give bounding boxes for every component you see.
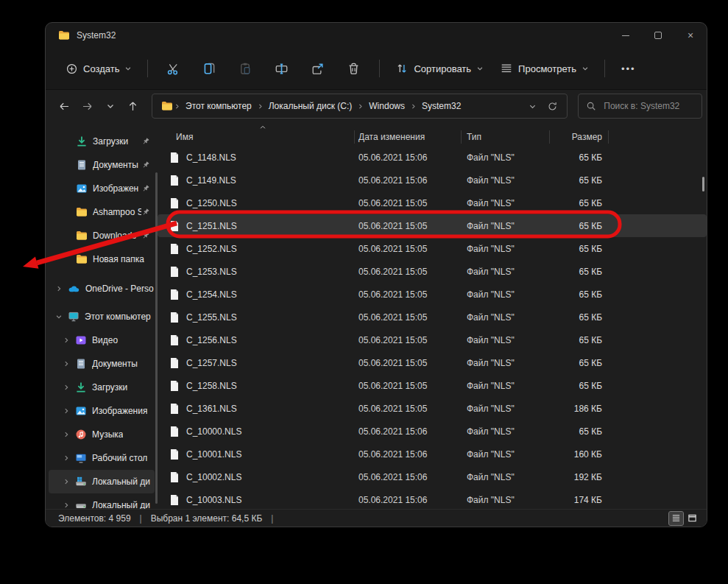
sidebar-item-документы[interactable]: Документы bbox=[49, 153, 155, 177]
chevron-down-icon[interactable] bbox=[54, 313, 63, 320]
table-row[interactable]: C_10001.NLS05.06.2021 15:06Файл "NLS"160… bbox=[158, 443, 707, 465]
table-row[interactable]: C_1148.NLS05.06.2021 15:06Файл "NLS"65 К… bbox=[158, 146, 707, 169]
file-date: 05.06.2021 15:06 bbox=[354, 175, 461, 186]
table-row[interactable]: C_1257.NLS05.06.2021 15:05Файл "NLS"65 К… bbox=[158, 351, 707, 374]
sidebar-item-музыка[interactable]: Музыка bbox=[49, 423, 155, 446]
details-view-button[interactable] bbox=[669, 512, 683, 525]
chevron-right-icon[interactable] bbox=[62, 407, 71, 415]
view-button[interactable]: Просмотреть bbox=[493, 57, 596, 80]
column-header-date[interactable]: Дата изменения bbox=[354, 132, 461, 142]
table-row[interactable]: C_1250.NLS05.06.2021 15:05Файл "NLS"65 К… bbox=[158, 191, 707, 214]
maximize-button[interactable] bbox=[642, 23, 674, 48]
sidebar-item-рабочий-стол[interactable]: Рабочий стол bbox=[49, 446, 155, 470]
forward-button[interactable] bbox=[76, 95, 99, 117]
table-row[interactable]: C_1253.NLS05.06.2021 15:05Файл "NLS"65 К… bbox=[158, 260, 707, 283]
file-date: 05.06.2021 15:05 bbox=[354, 335, 461, 345]
sidebar-item-изображения[interactable]: Изображения bbox=[49, 399, 155, 423]
table-row[interactable]: C_1252.NLS05.06.2021 15:05Файл "NLS"65 К… bbox=[158, 237, 707, 260]
copy-icon bbox=[202, 62, 216, 76]
window-title: System32 bbox=[77, 30, 116, 41]
chevron-right-icon[interactable] bbox=[62, 360, 71, 367]
create-button[interactable]: Создать bbox=[59, 57, 138, 80]
table-row[interactable]: C_1251.NLS05.06.2021 15:05Файл "NLS"65 К… bbox=[158, 214, 707, 237]
table-row[interactable]: C_1149.NLS05.06.2021 15:06Файл "NLS"65 К… bbox=[158, 169, 707, 191]
delete-button[interactable] bbox=[337, 57, 370, 81]
sidebar-item-этот-компьютер[interactable]: Этот компьютер bbox=[49, 305, 155, 328]
sidebar-item-загрузки[interactable]: Загрузки bbox=[49, 376, 155, 399]
table-row[interactable]: C_1254.NLS05.06.2021 15:05Файл "NLS"65 К… bbox=[158, 283, 707, 306]
status-separator: | bbox=[140, 513, 142, 524]
file-date: 05.06.2021 15:06 bbox=[354, 449, 461, 460]
minimize-button[interactable] bbox=[609, 23, 642, 48]
table-row[interactable]: C_1361.NLS05.06.2021 15:05Файл "NLS"186 … bbox=[158, 397, 707, 420]
copy-button[interactable] bbox=[193, 57, 226, 81]
file-icon bbox=[169, 380, 180, 392]
up-button[interactable] bbox=[121, 95, 144, 117]
table-row[interactable]: C_1255.NLS05.06.2021 15:05Файл "NLS"65 К… bbox=[158, 306, 707, 328]
sort-button[interactable]: Сортировать bbox=[389, 57, 490, 80]
refresh-button[interactable] bbox=[547, 101, 558, 112]
breadcrumb-system32[interactable]: System32 bbox=[417, 98, 465, 114]
file-type: Файл "NLS" bbox=[461, 472, 549, 482]
sidebar-item-onedrive-perso[interactable]: OneDrive - Perso bbox=[49, 277, 155, 300]
table-row[interactable]: C_10003.NLS05.06.2021 15:06Файл "NLS"174… bbox=[158, 488, 707, 509]
column-divider[interactable] bbox=[354, 130, 355, 144]
file-type: Файл "NLS" bbox=[461, 426, 549, 437]
recent-locations-button[interactable] bbox=[99, 95, 121, 117]
back-button[interactable] bbox=[53, 95, 76, 117]
sidebar-item-изображен[interactable]: Изображен bbox=[49, 177, 155, 200]
file-icon bbox=[169, 152, 180, 163]
close-button[interactable]: × bbox=[674, 23, 707, 48]
chevron-right-icon[interactable] bbox=[62, 431, 71, 438]
chevron-right-icon[interactable] bbox=[62, 384, 71, 391]
file-type: Файл "NLS" bbox=[461, 244, 549, 254]
sidebar-item-новая-папка[interactable]: Новая папка bbox=[49, 247, 155, 271]
sidebar-item-локальный-ди[interactable]: Локальный ди bbox=[49, 470, 155, 493]
cut-button[interactable] bbox=[157, 57, 190, 81]
share-button[interactable] bbox=[301, 57, 334, 81]
file-size: 160 КБ bbox=[549, 449, 608, 460]
file-type: Файл "NLS" bbox=[461, 404, 549, 414]
disk-icon bbox=[75, 499, 87, 509]
chevron-right-icon[interactable] bbox=[62, 337, 71, 344]
chevron-right-icon[interactable] bbox=[62, 454, 71, 462]
sidebar-item-загрузки[interactable]: Загрузки bbox=[49, 130, 155, 153]
search-box[interactable] bbox=[578, 94, 702, 119]
table-row[interactable]: C_1258.NLS05.06.2021 15:05Файл "NLS"65 К… bbox=[158, 374, 707, 397]
breadcrumb-windows[interactable]: Windows bbox=[364, 98, 409, 114]
table-row[interactable]: C_10000.NLS05.06.2021 15:06Файл "NLS"65 … bbox=[158, 420, 707, 443]
paste-button[interactable] bbox=[229, 57, 262, 81]
address-dropdown-button[interactable] bbox=[529, 102, 537, 110]
chevron-right-icon[interactable] bbox=[62, 502, 71, 509]
rename-button[interactable] bbox=[265, 57, 298, 81]
sidebar-item-видео[interactable]: Видео bbox=[49, 328, 155, 352]
sidebar-item-локальный-ди[interactable]: Локальный ди bbox=[49, 493, 155, 509]
more-options-button[interactable]: ••• bbox=[614, 58, 643, 80]
large-icons-view-button[interactable] bbox=[685, 512, 699, 525]
address-bar[interactable]: Этот компьютер Локальный диск (C:) Windo… bbox=[152, 94, 568, 119]
music-icon bbox=[75, 429, 87, 440]
table-row[interactable]: C_1256.NLS05.06.2021 15:05Файл "NLS"65 К… bbox=[158, 328, 707, 351]
chevron-right-icon[interactable] bbox=[54, 285, 63, 292]
column-header-size[interactable]: Размер bbox=[549, 132, 608, 142]
search-input[interactable] bbox=[602, 100, 694, 112]
file-date: 05.06.2021 15:06 bbox=[354, 495, 461, 505]
column-divider[interactable] bbox=[608, 130, 609, 144]
sidebar-item-ashampoo-s[interactable]: Ashampoo S bbox=[49, 200, 155, 224]
column-header-name[interactable]: Имя bbox=[158, 132, 354, 142]
sidebar-item-label: Локальный ди bbox=[92, 500, 150, 509]
sidebar-item-downloads[interactable]: Downloads bbox=[49, 224, 155, 247]
chevron-right-icon[interactable] bbox=[62, 478, 71, 485]
explorer-window: System32 × Создать bbox=[45, 22, 707, 527]
chevron-right-icon bbox=[174, 103, 180, 110]
file-list-scrollbar[interactable] bbox=[702, 177, 704, 191]
column-divider[interactable] bbox=[461, 130, 462, 144]
column-divider[interactable] bbox=[549, 130, 550, 144]
file-icon bbox=[169, 197, 180, 209]
sidebar-item-label: Downloads bbox=[93, 231, 136, 241]
sidebar-item-документы[interactable]: Документы bbox=[49, 352, 155, 376]
table-row[interactable]: C_10002.NLS05.06.2021 15:06Файл "NLS"192… bbox=[158, 465, 707, 488]
breadcrumb-this-pc[interactable]: Этот компьютер bbox=[181, 98, 256, 114]
breadcrumb-local-disk-c[interactable]: Локальный диск (C:) bbox=[264, 98, 357, 114]
column-header-type[interactable]: Тип bbox=[461, 132, 549, 142]
